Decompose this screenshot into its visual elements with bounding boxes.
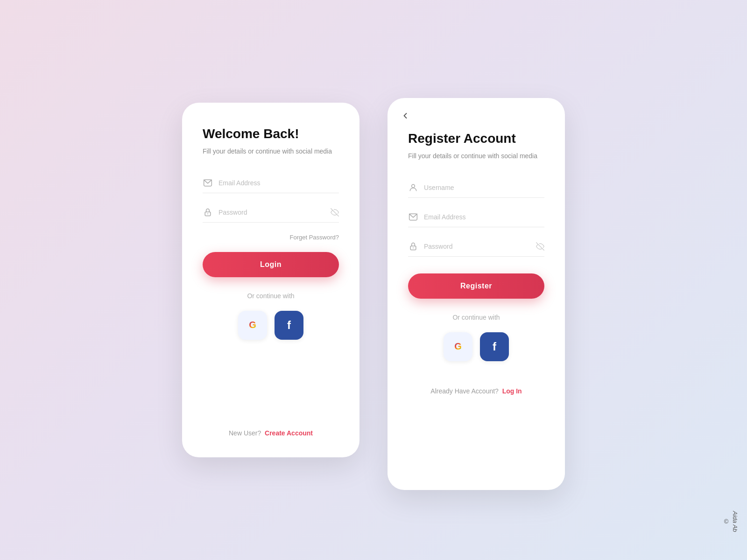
email-input-group	[203, 173, 339, 193]
login-social-buttons: G f	[203, 311, 339, 340]
svg-point-2	[207, 213, 208, 214]
facebook-register-button[interactable]: f	[480, 332, 509, 361]
register-bottom-link: Already Have Account? Log In	[408, 387, 544, 395]
username-field[interactable]	[424, 184, 544, 191]
register-or-divider: Or continue with	[408, 314, 544, 321]
register-card: Register Account Fill your details or co…	[388, 98, 565, 490]
register-email-field[interactable]	[424, 213, 544, 221]
forget-password-link[interactable]: Forget Password?	[203, 234, 339, 241]
lock-icon	[203, 207, 213, 217]
svg-point-7	[413, 247, 414, 248]
register-subtitle: Fill your details or continue with socia…	[408, 151, 544, 161]
register-button[interactable]: Register	[408, 273, 544, 299]
create-account-link[interactable]: Create Account	[265, 429, 313, 437]
google-register-button[interactable]: G	[444, 332, 472, 361]
register-password-input-group	[408, 237, 544, 257]
login-link[interactable]: Log In	[502, 387, 522, 395]
google-icon: G	[249, 320, 256, 330]
email-icon	[203, 178, 213, 188]
login-bottom-link: New User? Create Account	[203, 429, 339, 437]
username-input-group	[408, 178, 544, 198]
screens-wrapper: Welcome Back! Fill your details or conti…	[182, 70, 565, 490]
facebook-register-icon: f	[493, 340, 496, 353]
register-email-input-group	[408, 207, 544, 227]
password-field[interactable]	[218, 209, 331, 216]
facebook-login-button[interactable]: f	[275, 311, 303, 340]
register-social-buttons: G f	[408, 332, 544, 361]
password-input-group	[203, 203, 339, 223]
have-account-text: Already Have Account?	[430, 387, 499, 395]
register-title: Register Account	[408, 131, 544, 147]
register-password-field[interactable]	[424, 243, 536, 250]
login-button[interactable]: Login	[203, 252, 339, 277]
google-login-button[interactable]: G	[238, 311, 267, 340]
login-subtitle: Fill your details or continue with socia…	[203, 147, 339, 156]
back-button[interactable]	[401, 111, 410, 120]
register-lock-icon	[408, 241, 418, 252]
watermark-name: Aida Ab	[732, 511, 739, 532]
svg-point-4	[412, 184, 415, 188]
toggle-password-icon[interactable]	[331, 208, 339, 217]
login-or-divider: Or continue with	[203, 292, 339, 300]
watermark: Aida Ab ©	[723, 511, 739, 532]
login-card: Welcome Back! Fill your details or conti…	[182, 103, 359, 457]
register-email-icon	[408, 212, 418, 222]
user-icon	[408, 182, 418, 193]
email-field[interactable]	[218, 179, 339, 187]
new-user-text: New User?	[229, 429, 261, 437]
login-title: Welcome Back!	[203, 126, 339, 142]
watermark-symbol: ©	[723, 518, 730, 525]
facebook-icon: f	[287, 319, 291, 332]
google-register-icon: G	[454, 341, 462, 352]
register-toggle-password-icon[interactable]	[536, 242, 544, 251]
